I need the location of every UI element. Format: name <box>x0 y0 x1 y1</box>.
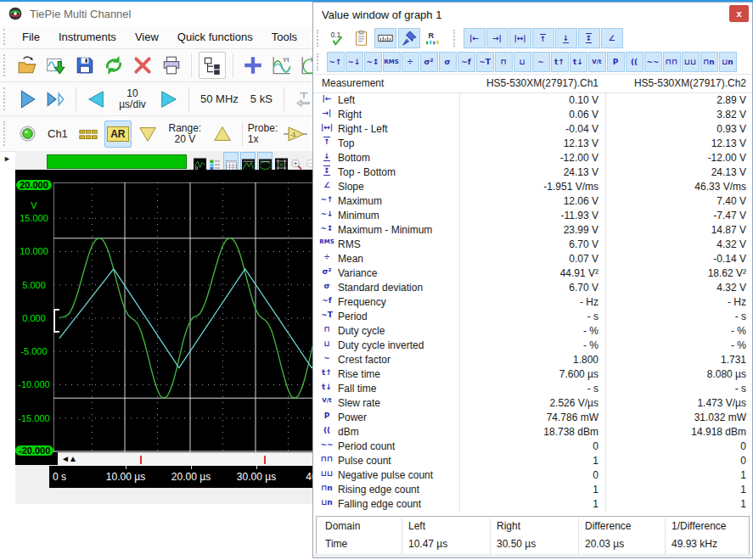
measurement-row[interactable]: →|Right0.06 V3.82 V <box>313 108 752 122</box>
probe-gain-button[interactable]: -1 <box>279 121 312 147</box>
toggle-period-button[interactable]: ~T <box>476 52 494 72</box>
measurement-row[interactable]: ~~Period count00 <box>313 440 752 454</box>
channel-enabled-led[interactable] <box>14 121 40 147</box>
autorange-button[interactable]: AR <box>104 120 132 148</box>
toggle-duty-cycle-inverted-button[interactable]: ⊔ <box>514 52 531 72</box>
decimals-button[interactable]: 0.1 <box>327 28 349 48</box>
save-data-button[interactable] <box>43 53 69 78</box>
toolbar-grip[interactable] <box>453 30 460 47</box>
toggle-left-button[interactable]: |← <box>464 28 486 48</box>
measurement-row[interactable]: ↑Top12.13 V12.13 V <box>313 137 752 151</box>
graph-title-bar[interactable] <box>47 154 187 169</box>
toolbar-grip[interactable] <box>3 54 10 77</box>
toggle-period-count-button[interactable]: ~~ <box>644 52 662 72</box>
toggle-maximum-minimum-button[interactable]: ~↕ <box>364 52 382 72</box>
measurement-row[interactable]: σ²Variance44.91 V²18.62 V² <box>313 266 752 281</box>
value-window-titlebar[interactable]: Value window of graph 1 x <box>313 3 752 26</box>
coupling-button[interactable] <box>76 121 101 147</box>
scroll-marker-icon[interactable]: ◄▲ <box>61 454 76 463</box>
measurement-row[interactable]: V/tSlew rate2.526 V/µs1.473 V/µs <box>313 396 752 411</box>
toggle-fall-time-button[interactable]: t↓ <box>570 52 587 72</box>
plot-area[interactable] <box>53 182 314 452</box>
toggle-falling-edge-count-button[interactable]: ⊔n <box>719 52 737 72</box>
toggle-top-bottom-button[interactable]: ↕ <box>578 28 600 48</box>
toolbar-grip[interactable] <box>3 87 10 110</box>
add-graph-button[interactable] <box>240 53 266 78</box>
close-button[interactable]: x <box>729 5 749 22</box>
toggle-right-button[interactable]: →| <box>486 28 509 48</box>
toggle-bottom-button[interactable]: ↓ <box>555 28 577 48</box>
start-measurement-button[interactable] <box>14 87 40 112</box>
reference-button[interactable]: R <box>422 28 444 48</box>
yt-graph-button[interactable]: Yt <box>269 53 295 78</box>
range-increase-button[interactable] <box>210 121 235 147</box>
measurement-row[interactable]: ~Crest factor1.8001.731 <box>313 353 752 367</box>
toggle-mean-button[interactable]: ÷ <box>402 52 419 72</box>
measurement-row[interactable]: t↓Fall time- s- s <box>313 382 752 396</box>
toggle-top-button[interactable]: ↑ <box>532 28 554 48</box>
range-decrease-button[interactable] <box>135 121 160 147</box>
toggle-dbm-button[interactable]: (( <box>626 52 643 72</box>
measurement-row[interactable]: |←Left0.10 V2.89 V <box>313 93 752 108</box>
measurement-row[interactable]: ((dBm18.738 dBm14.918 dBm <box>313 425 752 440</box>
toggle-pulse-count-button[interactable]: ⊓⊓ <box>663 52 681 72</box>
measurement-row[interactable]: ⊔⊔Negative pulse count01 <box>313 468 752 483</box>
menu-item-instruments[interactable]: Instruments <box>49 26 126 48</box>
measurement-row[interactable]: ↕Top - Bottom24.13 V24.13 V <box>313 165 752 180</box>
menubar-grip[interactable] <box>3 29 10 45</box>
measurement-row[interactable]: t↑Rise time7.600 µs8.080 µs <box>313 367 752 382</box>
menu-item-view[interactable]: View <box>126 26 168 48</box>
delete-button[interactable] <box>130 53 155 78</box>
toggle-rms-button[interactable]: RMS <box>383 52 401 72</box>
measurement-row[interactable]: ~fFrequency- Hz- Hz <box>313 295 752 310</box>
toggle-maximum-button[interactable]: ~↑ <box>327 52 345 72</box>
measurement-row[interactable]: ⊓Duty cycle- %- % <box>313 324 752 339</box>
toolbar-grip[interactable] <box>317 53 323 70</box>
cursor-left-tick[interactable] <box>140 456 142 464</box>
toggle-standard-deviation-button[interactable]: σ <box>439 52 457 72</box>
toggle-variance-button[interactable]: σ² <box>420 52 438 72</box>
menu-item-quick-functions[interactable]: Quick functions <box>168 26 262 48</box>
menu-item-tools[interactable]: Tools <box>262 26 306 48</box>
measurement-row[interactable]: σStandard deviation6.70 V4.32 V <box>313 281 752 295</box>
toggle-negative-pulse-count-button[interactable]: ⊔⊔ <box>682 52 700 72</box>
measurement-row[interactable]: ~↓Minimum-11.93 V-7.47 V <box>313 209 752 223</box>
toggle-crest-factor-button[interactable]: ~ <box>532 52 550 72</box>
print-button[interactable] <box>159 53 184 78</box>
save-button[interactable] <box>72 53 98 78</box>
toggle-rise-time-button[interactable]: t↑ <box>551 52 569 72</box>
measurement-row[interactable]: ↓Bottom-12.00 V-12.00 V <box>313 151 752 165</box>
toggle-slope-button[interactable]: ∠ <box>601 28 623 48</box>
measurement-row[interactable]: ⊔Duty cycle inverted- %- % <box>313 339 752 353</box>
one-shot-button[interactable] <box>43 87 69 112</box>
pin-button[interactable] <box>398 28 420 48</box>
toggle-right-left-button[interactable]: |↔| <box>509 28 531 48</box>
measurement-row[interactable]: ∠Slope-1.951 V/ms46.33 V/ms <box>313 180 752 194</box>
toggle-frequency-button[interactable]: ~f <box>458 52 475 72</box>
panel-expander-icon[interactable]: ► <box>3 154 11 163</box>
measurement-row[interactable]: ⊔nFalling edge count11 <box>313 497 752 512</box>
menu-item-file[interactable]: File <box>13 26 49 48</box>
measurement-row[interactable]: PPower74.786 mW31.032 mW <box>313 411 752 425</box>
measurement-row[interactable]: ⊓nRising edge count11 <box>313 483 752 497</box>
measurement-row[interactable]: ~↕Maximum - Minimum23.99 V14.87 V <box>313 223 752 238</box>
measurement-row[interactable]: |↔|Right - Left-0.04 V0.93 V <box>313 122 752 137</box>
object-tree-button[interactable] <box>199 52 226 79</box>
measurement-row[interactable]: RMSRMS6.70 V4.32 V <box>313 238 752 252</box>
toggle-minimum-button[interactable]: ~↓ <box>346 52 363 72</box>
measurement-row[interactable]: ÷Mean0.07 V-0.14 V <box>313 252 752 266</box>
measurement-row[interactable]: ~TPeriod- s- s <box>313 310 752 324</box>
timebase-decrease-button[interactable] <box>83 87 109 112</box>
toolbar-grip[interactable] <box>317 30 323 47</box>
open-button[interactable] <box>14 53 40 78</box>
toolbar-grip[interactable] <box>3 121 10 146</box>
toggle-rising-edge-count-button[interactable]: ⊓n <box>700 52 718 72</box>
gate-button[interactable] <box>374 28 396 48</box>
measurement-row[interactable]: ⊓⊓Pulse count10 <box>313 454 752 468</box>
timebase-increase-button[interactable] <box>156 87 182 112</box>
toggle-power-button[interactable]: P <box>607 52 625 72</box>
toggle-slew-rate-button[interactable]: V/t <box>588 52 606 72</box>
refresh-button[interactable] <box>101 53 126 78</box>
measurement-row[interactable]: ~↑Maximum12.06 V7.40 V <box>313 194 752 209</box>
toggle-duty-cycle-button[interactable]: ⊓ <box>495 52 513 72</box>
